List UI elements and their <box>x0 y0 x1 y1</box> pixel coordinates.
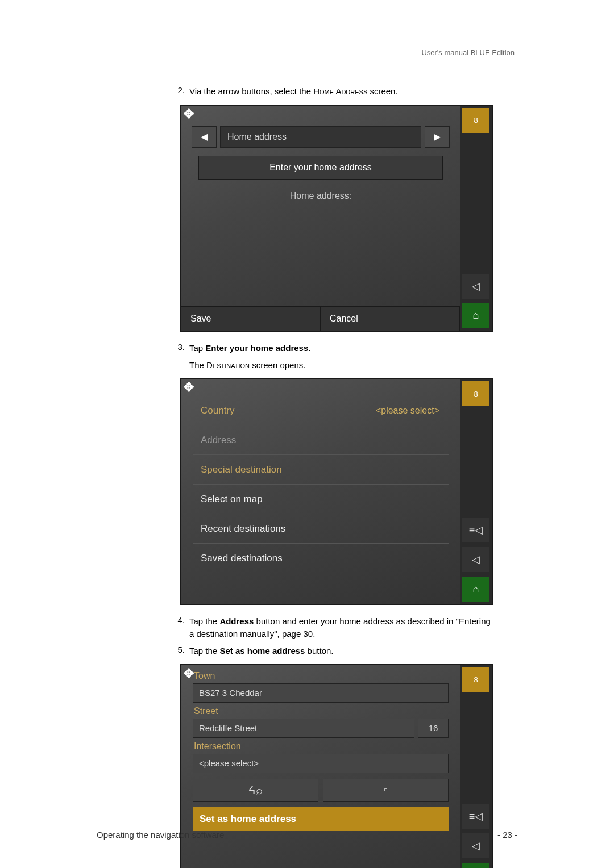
footer-left: Operating the navigation software <box>97 830 224 840</box>
device-sidebar: 8 ≡◁ ◁ ⌂ <box>460 379 492 604</box>
device-main-area: ✥ Country <please select> Address Specia… <box>181 379 460 604</box>
tab-label: Home address <box>220 126 421 148</box>
field-town: Town BS27 3 Cheddar <box>193 669 449 703</box>
list-item-recent-destinations[interactable]: Recent destinations <box>193 514 449 544</box>
step-num: 3. <box>173 342 189 354</box>
list-item-country[interactable]: Country <please select> <box>193 396 449 425</box>
list-icon[interactable]: ≡◁ <box>462 518 489 542</box>
bottom-buttons: Save Cancel <box>181 306 460 331</box>
back-icon[interactable]: ◁ <box>462 274 489 299</box>
text: screen. <box>367 86 397 96</box>
text: Tap the <box>189 646 219 656</box>
step-text: Via the arrow buttons, select the Home A… <box>189 85 497 98</box>
text: Via the arrow buttons, select the <box>189 86 313 96</box>
gps-badge-icon[interactable]: 8 <box>462 108 489 133</box>
page-content: 2. Via the arrow buttons, select the Hom… <box>173 85 497 868</box>
bold: Address <box>219 616 254 626</box>
save-location-button[interactable]: ▫ <box>323 779 449 802</box>
text: . <box>308 343 310 353</box>
step-5: 5. Tap the Set as home address button. <box>173 645 497 657</box>
field-street: Street Redcliffe Street 16 <box>193 704 449 738</box>
intersection-input[interactable]: <please select> <box>193 754 449 773</box>
prev-arrow-button[interactable]: ◀ <box>192 126 217 148</box>
list-item-select-on-map[interactable]: Select on map <box>193 485 449 514</box>
device-main-area: ✥ ◀ Home address ▶ Enter your home addre… <box>181 106 460 331</box>
route-search-button[interactable]: ᔦ⌕ <box>193 779 318 802</box>
tab-row: ◀ Home address ▶ <box>192 126 450 148</box>
label: Country <box>201 405 235 416</box>
next-arrow-button[interactable]: ▶ <box>425 126 450 148</box>
save-button[interactable]: Save <box>181 307 321 331</box>
field-intersection: Intersection <please select> <box>193 739 449 773</box>
step-text: Tap Enter your home address. <box>189 342 497 354</box>
device-screenshot-destination: ✥ Country <please select> Address Specia… <box>180 378 493 605</box>
bold: Set as home address <box>219 646 305 656</box>
list-item-saved-destinations[interactable]: Saved destinations <box>193 544 449 573</box>
move-icon[interactable]: ✥ <box>184 380 194 395</box>
back-icon[interactable]: ◁ <box>462 547 489 572</box>
town-input[interactable]: BS27 3 Cheddar <box>193 683 449 703</box>
home-icon[interactable]: ⌂ <box>462 863 489 869</box>
icon-buttons: ᔦ⌕ ▫ <box>193 779 449 802</box>
label: Town <box>193 669 449 683</box>
device-sidebar: 8 ◁ ⌂ <box>460 106 492 331</box>
label: Street <box>193 704 449 719</box>
street-input[interactable]: Redcliffe Street <box>193 719 414 738</box>
text: Tap the <box>189 616 219 626</box>
header-right: User's manual BLUE Edition <box>421 48 515 57</box>
step-4: 4. Tap the Address button and enter your… <box>173 615 497 640</box>
home-icon[interactable]: ⌂ <box>462 303 489 328</box>
gps-badge-icon[interactable]: 8 <box>462 381 489 406</box>
move-icon[interactable]: ✥ <box>184 666 194 681</box>
list-item-address[interactable]: Address <box>193 425 449 455</box>
text: Tap <box>189 343 205 353</box>
label: Intersection <box>193 739 449 754</box>
list-item-special-destination[interactable]: Special destination <box>193 455 449 485</box>
footer-right: - 23 - <box>497 830 517 840</box>
screen-name: Destination <box>206 360 250 370</box>
page-footer: Operating the navigation software - 23 - <box>97 824 517 840</box>
value: <please select> <box>376 406 449 416</box>
step-num: 5. <box>173 645 189 657</box>
step-2: 2. Via the arrow buttons, select the Hom… <box>173 85 497 98</box>
bold: Enter your home address <box>205 343 308 353</box>
step-3: 3. Tap Enter your home address. <box>173 342 497 354</box>
text: screen opens. <box>250 360 305 370</box>
home-address-label: Home address: <box>185 191 457 201</box>
cancel-button[interactable]: Cancel <box>321 307 460 331</box>
text: The <box>189 360 206 370</box>
move-icon[interactable]: ✥ <box>184 107 194 122</box>
street-number-input[interactable]: 16 <box>418 719 449 738</box>
home-icon[interactable]: ⌂ <box>462 577 489 602</box>
step-text: Tap the Set as home address button. <box>189 645 497 657</box>
device-screenshot-home-address: ✥ ◀ Home address ▶ Enter your home addre… <box>180 105 493 332</box>
step-text: Tap the Address button and enter your ho… <box>189 615 497 640</box>
step-num: 4. <box>173 615 189 640</box>
step-3-sub: The Destination screen opens. <box>189 359 497 372</box>
text: button. <box>305 646 333 656</box>
step-num: 2. <box>173 85 189 98</box>
enter-home-address-button[interactable]: Enter your home address <box>198 156 443 180</box>
screen-name: Home Address <box>313 86 367 96</box>
gps-badge-icon[interactable]: 8 <box>462 667 489 692</box>
